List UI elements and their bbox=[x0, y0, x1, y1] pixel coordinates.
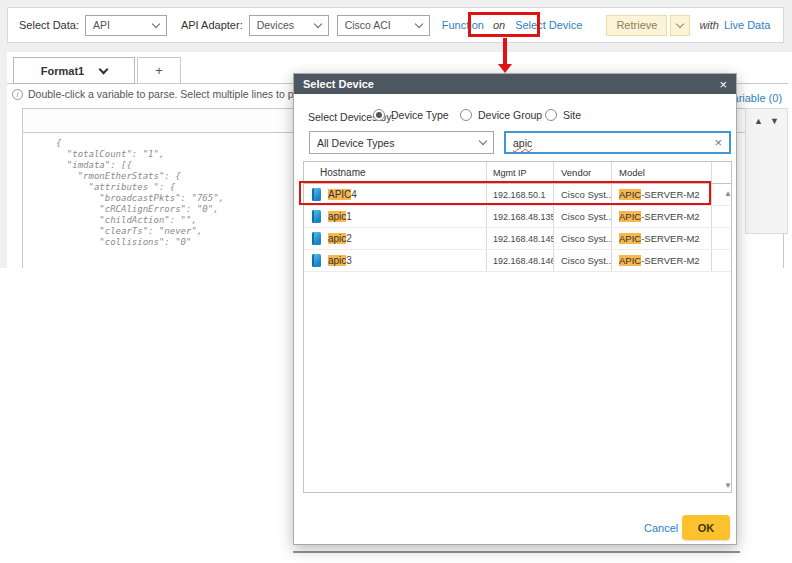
info-icon: i bbox=[12, 89, 23, 100]
device-row[interactable]: APIC4 192.168.50.1 Cisco Syst... APIC-SE… bbox=[304, 184, 731, 206]
model-cell: APIC-SERVER-M2 bbox=[612, 250, 712, 271]
with-label: with bbox=[699, 19, 719, 31]
hostname-cell: apic3 bbox=[328, 255, 352, 266]
device-row[interactable]: apic3 192.168.48.146 Cisco Syst... APIC-… bbox=[304, 250, 731, 272]
radio-device-type-label: Device Type bbox=[391, 109, 449, 121]
radio-site[interactable]: Site bbox=[545, 109, 581, 121]
radio-site-label: Site bbox=[563, 109, 581, 121]
data-source-toolbar: Select Data: API API Adapter: Devices Ci… bbox=[7, 7, 784, 43]
radio-unselected-icon bbox=[460, 109, 472, 121]
column-header-hostname[interactable]: Hostname bbox=[304, 162, 487, 183]
live-data-link[interactable]: Live Data bbox=[724, 19, 770, 31]
app-canvas: Select Data: API API Adapter: Devices Ci… bbox=[0, 0, 792, 563]
chevron-down-icon bbox=[479, 137, 487, 145]
driver-value: Cisco ACI bbox=[345, 19, 391, 31]
device-table: Hostname Mgmt IP Vendor Model APIC4 192.… bbox=[303, 161, 732, 493]
adapter-value: Devices bbox=[257, 19, 294, 31]
device-icon bbox=[312, 210, 321, 223]
format1-tab-label: Format1 bbox=[41, 65, 84, 77]
annotation-arrow-line bbox=[503, 38, 507, 65]
mgmt-ip-cell: 192.168.48.146 bbox=[487, 250, 554, 271]
mgmt-ip-cell: 192.168.48.145 bbox=[487, 228, 554, 249]
select-data-label: Select Data: bbox=[19, 19, 79, 31]
radio-device-group[interactable]: Device Group bbox=[460, 109, 542, 121]
vendor-cell: Cisco Syst... bbox=[554, 250, 612, 271]
retrieve-button[interactable]: Retrieve bbox=[606, 15, 667, 36]
radio-device-group-label: Device Group bbox=[478, 109, 542, 121]
horizontal-scrollbar-track[interactable] bbox=[293, 551, 740, 553]
dialog-header: Select Device × bbox=[294, 74, 736, 94]
scroll-up-icon[interactable]: ▲ bbox=[724, 189, 732, 198]
sort-up-icon[interactable]: ▲ bbox=[754, 117, 763, 233]
add-format-tab-button[interactable]: + bbox=[137, 57, 181, 84]
on-label: on bbox=[493, 19, 505, 31]
vendor-cell: Cisco Syst... bbox=[554, 184, 612, 205]
api-adapter-label: API Adapter: bbox=[181, 19, 243, 31]
vendor-cell: Cisco Syst... bbox=[554, 228, 612, 249]
tab-format1[interactable]: Format1 bbox=[13, 57, 135, 84]
column-header-mgmt-ip[interactable]: Mgmt IP bbox=[487, 162, 554, 183]
select-device-link[interactable]: Select Device bbox=[515, 19, 582, 31]
chevron-down-icon bbox=[676, 19, 684, 27]
device-icon bbox=[312, 254, 321, 267]
adapter-dropdown[interactable]: Devices bbox=[249, 15, 329, 36]
function-link[interactable]: Function bbox=[442, 19, 484, 31]
driver-dropdown[interactable]: Cisco ACI bbox=[337, 15, 430, 36]
page-background-left-strip bbox=[0, 52, 7, 268]
hostname-cell: APIC4 bbox=[328, 189, 357, 200]
device-type-filter-value: All Device Types bbox=[317, 137, 394, 149]
chevron-down-icon bbox=[313, 19, 321, 27]
retrieve-options-button[interactable] bbox=[670, 15, 690, 36]
sort-down-icon[interactable]: ▼ bbox=[770, 117, 779, 233]
hostname-cell: apic1 bbox=[328, 211, 352, 222]
model-cell: APIC-SERVER-M2 bbox=[612, 184, 712, 205]
select-device-dialog: Select Device × Select Devices by: Devic… bbox=[293, 73, 737, 545]
device-search-input[interactable]: apic × bbox=[504, 131, 731, 154]
select-data-dropdown[interactable]: API bbox=[85, 15, 167, 36]
device-row[interactable]: apic1 192.168.48.135 Cisco Syst... APIC-… bbox=[304, 206, 731, 228]
model-cell: APIC-SERVER-M2 bbox=[612, 228, 712, 249]
ok-button[interactable]: OK bbox=[682, 515, 730, 540]
dialog-title: Select Device bbox=[303, 78, 374, 90]
vendor-cell: Cisco Syst... bbox=[554, 206, 612, 227]
scroll-down-icon[interactable]: ▼ bbox=[724, 481, 732, 490]
device-table-header: Hostname Mgmt IP Vendor Model bbox=[304, 162, 731, 184]
chevron-down-icon bbox=[99, 64, 109, 74]
mgmt-ip-cell: 192.168.48.135 bbox=[487, 206, 554, 227]
chevron-down-icon bbox=[414, 19, 422, 27]
column-header-vendor[interactable]: Vendor bbox=[554, 162, 612, 183]
scrollbar-header-cell bbox=[712, 162, 731, 183]
close-icon[interactable]: × bbox=[719, 78, 727, 91]
mgmt-ip-cell: 192.168.50.1 bbox=[487, 184, 554, 205]
clear-search-icon[interactable]: × bbox=[714, 135, 722, 150]
hostname-cell: apic2 bbox=[328, 233, 352, 244]
radio-device-type[interactable]: Device Type bbox=[373, 109, 449, 121]
device-search-value: apic bbox=[513, 137, 532, 149]
annotation-arrow-head-icon bbox=[498, 64, 512, 73]
column-header-model[interactable]: Model bbox=[612, 162, 712, 183]
plus-icon: + bbox=[155, 63, 163, 78]
cancel-button[interactable]: Cancel bbox=[644, 522, 678, 534]
device-icon bbox=[312, 188, 321, 201]
chevron-down-icon bbox=[152, 19, 160, 27]
select-data-value: API bbox=[93, 19, 110, 31]
radio-selected-icon bbox=[373, 109, 385, 121]
device-row[interactable]: apic2 192.168.48.145 Cisco Syst... APIC-… bbox=[304, 228, 731, 250]
device-type-filter-dropdown[interactable]: All Device Types bbox=[309, 131, 494, 154]
model-cell: APIC-SERVER-M2 bbox=[612, 206, 712, 227]
variable-side-panel: ▲ ▼ bbox=[745, 108, 788, 234]
radio-unselected-icon bbox=[545, 109, 557, 121]
device-icon bbox=[312, 232, 321, 245]
